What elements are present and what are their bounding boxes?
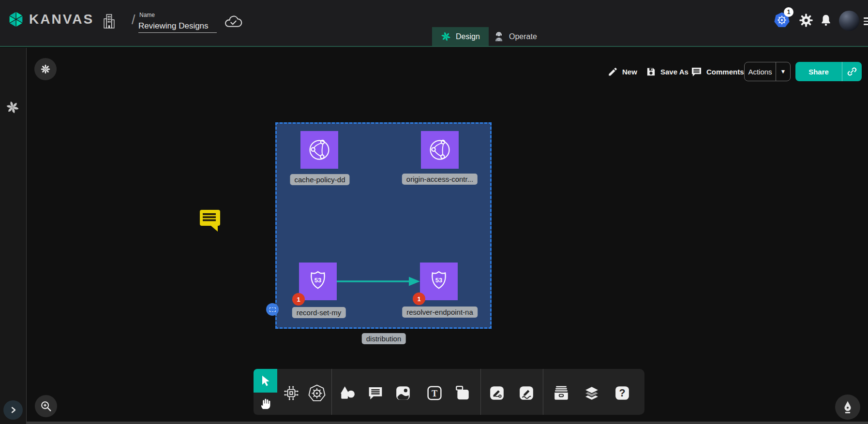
actions-split-button[interactable]: Actions ▼ [744,62,791,81]
breadcrumb-separator: / [132,13,135,28]
tab-operate-label: Operate [509,32,537,41]
comments-button-label: Comments [706,68,744,76]
svg-text:53: 53 [435,277,443,284]
kubernetes-helm-tool[interactable] [306,382,328,404]
new-button[interactable]: New [608,63,637,80]
toolbar-divider [331,369,332,415]
kanvas-logo-icon[interactable] [7,10,25,30]
dock-pointer-tools [254,369,277,415]
help-tool[interactable]: ? [612,382,633,404]
pan-hand-tool-button[interactable] [254,393,277,415]
menu-hamburger-icon[interactable] [864,15,868,27]
flower-asterisk-icon [40,64,51,74]
archive-drawer-tool[interactable] [551,382,572,404]
sidebar-expand-button[interactable] [3,400,23,420]
canvas-widgets-button[interactable] [34,58,57,80]
text-tool[interactable]: T [424,382,445,404]
pen-mode-button[interactable] [835,395,860,420]
organization-icon[interactable] [103,13,116,31]
globe-network-icon [428,138,452,162]
globe-network-icon [307,138,331,162]
route53-shield-icon: 53 [428,270,449,293]
magnifier-plus-icon [40,400,52,412]
meshery-spiral-icon[interactable] [6,101,19,116]
bottom-toolbar: T [277,369,644,415]
node-resolver-endpoint[interactable]: 53 [420,263,458,300]
comment-bubble-icon [691,67,702,77]
node-label-resolver-endpoint[interactable]: resolver-endpoint-na [402,307,478,318]
select-tool-button[interactable] [254,369,277,393]
pen-path-tool[interactable] [486,382,508,404]
floppy-save-icon [646,67,656,77]
link-chain-icon [847,66,857,77]
share-button-label[interactable]: Share [795,62,842,81]
svg-text:?: ? [619,387,625,399]
svg-text:53: 53 [314,277,322,284]
node-origin-access[interactable] [421,131,459,169]
pencil-icon [608,67,618,77]
copy-link-button[interactable] [842,62,862,81]
image-tool[interactable] [392,382,414,404]
group-select-handle[interactable] [266,303,279,316]
record-set-count-badge[interactable]: 1 [292,293,305,306]
shapes-tool[interactable] [337,382,358,404]
pen-nib-icon [841,400,854,414]
node-cache-policy[interactable] [300,131,338,169]
pencil-sketch-tool[interactable] [516,382,537,404]
save-as-button-label: Save As [660,68,688,76]
zoom-in-button[interactable] [35,395,57,417]
left-sidebar [0,48,27,424]
save-as-button[interactable]: Save As [646,63,688,80]
design-name-input[interactable] [138,19,217,33]
notifications-bell-icon[interactable] [820,14,832,29]
design-name-label: Name [139,12,155,18]
share-split-button[interactable]: Share [795,62,862,81]
cursor-arrow-icon [260,375,271,387]
edge-record-to-resolver[interactable] [337,276,420,289]
comments-button[interactable]: Comments [691,63,744,80]
header: KANVAS / Name [0,0,868,47]
node-label-record-set[interactable]: record-set-my [292,307,346,318]
cloud-sync-icon[interactable] [224,15,243,31]
card-panel-tool[interactable] [452,382,473,404]
node-label-cache-policy[interactable]: cache-policy-dd [290,174,349,185]
layers-tool[interactable] [581,382,602,404]
actions-button-label[interactable]: Actions [745,62,776,81]
brand-wordmark: KANVAS [29,12,94,27]
svg-text:T: T [432,389,437,398]
tab-design-label: Design [456,32,480,41]
user-avatar[interactable] [839,11,859,31]
comment-marker[interactable] [198,208,222,234]
new-button-label: New [622,68,637,76]
node-record-set[interactable]: 53 [299,263,337,300]
operator-headset-icon [494,31,504,42]
comment-tool[interactable] [365,382,386,404]
toolbar-divider [480,369,481,415]
hand-icon [260,397,271,410]
kubernetes-count-badge: 1 [784,7,793,17]
actions-dropdown-caret[interactable]: ▼ [776,62,790,81]
route53-shield-icon: 53 [307,270,329,293]
design-spiral-icon [441,31,451,42]
tab-operate[interactable]: Operate [485,27,546,46]
component-chip-tool[interactable] [281,382,302,404]
group-label-distribution[interactable]: distribution [362,333,406,344]
toolbar-divider [543,369,543,415]
bottom-edge-strip [0,422,868,424]
node-label-origin-access[interactable]: origin-access-contr... [402,174,478,185]
settings-gear-icon[interactable] [798,13,814,30]
resolver-endpoint-count-badge[interactable]: 1 [413,292,425,305]
tab-design[interactable]: Design [432,27,489,46]
kanvas-app: KANVAS / Name [0,0,868,424]
chevron-right-icon [8,405,18,415]
